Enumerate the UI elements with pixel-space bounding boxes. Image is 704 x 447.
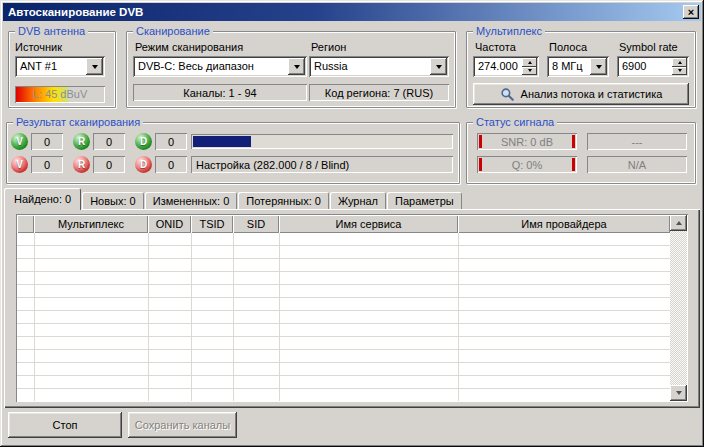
grid-header-sid[interactable]: SID	[233, 215, 279, 233]
grid-vline	[458, 233, 459, 401]
analyze-stream-button[interactable]: Анализ потока и статистика	[473, 83, 689, 105]
tab-bar: Найдено: 0 Новых: 0 Измененных: 0 Потеря…	[4, 188, 463, 210]
group-scanning: Сканирование Режим сканирования DVB-C: В…	[126, 31, 456, 108]
scan-mode-label: Режим сканирования	[135, 41, 243, 53]
grid-vline	[279, 233, 280, 401]
symbol-rate-spinner[interactable]: 6900	[617, 56, 689, 77]
spin-up-button[interactable]	[672, 58, 687, 67]
group-scan-result: Результат сканирования V 0 R 0 D 0 V 0 R…	[6, 122, 460, 184]
spinner-buttons	[672, 58, 687, 75]
snr-extra-value: ---	[632, 136, 643, 148]
dropdown-arrow-icon[interactable]	[288, 58, 305, 75]
close-button[interactable]: ×	[683, 5, 699, 19]
tab-changed[interactable]: Измененных: 0	[145, 192, 238, 209]
source-label: Источник	[15, 41, 62, 53]
radio-fail-count: 0	[93, 156, 125, 173]
video-ok-indicator-icon: V	[11, 133, 28, 150]
group-title-scanning: Сканирование	[133, 25, 213, 38]
quality-extra-value: N/A	[628, 159, 646, 171]
spin-down-button[interactable]	[672, 67, 687, 76]
grid-header-row: Мультиплекс ONID TSID SID Имя сервиса Им…	[17, 215, 670, 233]
group-title-multiplex: Мультиплекс	[473, 25, 545, 38]
group-dvb-antenna: DVB антенна Источник ANT #1 L: 45 dBuV	[8, 31, 116, 108]
scan-status-panel: Настройка (282.000 / 8 / Blind)	[191, 156, 453, 173]
region-label: Регион	[311, 41, 346, 53]
bandwidth-select[interactable]: 8 МГц	[547, 56, 609, 77]
radio-fail-indicator-icon: R	[73, 156, 90, 173]
group-title-antenna: DVB антенна	[15, 25, 88, 38]
signal-level-text: L: 45 dBuV	[15, 88, 105, 100]
grid-vline	[34, 233, 35, 401]
radio-ok-count: 0	[93, 133, 125, 150]
symbol-rate-label: Symbol rate	[619, 41, 678, 53]
antenna-source-select[interactable]: ANT #1	[15, 56, 105, 77]
scan-status-text: Настройка (282.000 / 8 / Blind)	[196, 159, 349, 171]
channel-grid: Мультиплекс ONID TSID SID Имя сервиса Им…	[16, 214, 688, 402]
snr-meter: SNR: 0 dB	[477, 133, 577, 150]
stop-button[interactable]: Стоп	[8, 412, 122, 438]
dropdown-arrow-icon[interactable]	[590, 58, 607, 75]
scan-mode-value: DVB-C: Весь диапазон	[138, 60, 254, 72]
channels-range-text: Каналы: 1 - 94	[183, 87, 256, 99]
scan-progress-bar	[191, 134, 453, 149]
arrow-up-icon	[676, 218, 682, 225]
frequency-value: 274.000	[478, 60, 518, 72]
symbol-rate-value: 6900	[622, 60, 646, 72]
channels-range-panel: Каналы: 1 - 94	[133, 84, 307, 101]
grid-vline	[233, 233, 234, 401]
region-code-panel: Код региона: 7 (RUS)	[309, 84, 449, 101]
quality-extra-panel: N/A	[587, 156, 687, 173]
magnifier-icon	[500, 87, 515, 102]
tab-lost[interactable]: Потерянных: 0	[238, 192, 329, 209]
arrow-down-icon	[676, 391, 682, 398]
grid-header-provider-name[interactable]: Имя провайдера	[458, 215, 670, 233]
dialog-autoscan-dvb: Автосканирование DVB × DVB антенна Источ…	[0, 0, 704, 447]
signal-level-meter: L: 45 dBuV	[15, 86, 105, 103]
grid-header-tsid[interactable]: TSID	[191, 215, 233, 233]
dropdown-arrow-icon[interactable]	[430, 58, 447, 75]
quality-text: Q: 0%	[512, 159, 543, 171]
frequency-spinner[interactable]: 274.000	[473, 56, 539, 77]
scan-mode-select[interactable]: DVB-C: Весь диапазон	[133, 56, 307, 77]
antenna-source-value: ANT #1	[20, 60, 57, 72]
group-signal-status: Статус сигнала SNR: 0 dB --- Q: 0% N/A	[466, 122, 696, 184]
grid-header-service-name[interactable]: Имя сервиса	[279, 215, 458, 233]
region-select[interactable]: Russia	[309, 56, 449, 77]
tab-new[interactable]: Новых: 0	[82, 192, 144, 209]
radio-ok-indicator-icon: R	[73, 133, 90, 150]
data-fail-count: 0	[155, 156, 187, 173]
scrollbar-up-button[interactable]	[670, 215, 687, 231]
dropdown-arrow-icon[interactable]	[86, 58, 103, 75]
close-icon: ×	[688, 7, 694, 18]
video-fail-indicator-icon: V	[11, 156, 28, 173]
region-value: Russia	[314, 60, 348, 72]
bandwidth-value: 8 МГц	[552, 60, 583, 72]
grid-header-onid[interactable]: ONID	[148, 215, 191, 233]
frequency-label: Частота	[475, 41, 516, 53]
tab-found[interactable]: Найдено: 0	[4, 188, 81, 210]
tab-log[interactable]: Журнал	[330, 192, 386, 209]
grid-vline	[191, 233, 192, 401]
video-ok-count: 0	[31, 133, 63, 150]
data-fail-indicator-icon: D	[135, 156, 152, 173]
region-code-text: Код региона: 7 (RUS)	[325, 87, 433, 99]
scrollbar-down-button[interactable]	[670, 385, 687, 401]
grid-header-multiplex[interactable]: Мультиплекс	[34, 215, 148, 233]
group-title-signal-status: Статус сигнала	[473, 116, 557, 129]
spinner-buttons	[522, 58, 537, 75]
grid-body[interactable]	[17, 233, 670, 401]
tab-parameters[interactable]: Параметры	[387, 192, 462, 209]
title-bar[interactable]: Автосканирование DVB ×	[3, 3, 701, 21]
save-channels-button[interactable]: Сохранить каналы	[128, 412, 237, 438]
spin-down-button[interactable]	[522, 67, 537, 76]
grid-header-indicator	[17, 215, 34, 233]
snr-extra-panel: ---	[587, 133, 687, 150]
video-fail-count: 0	[31, 156, 63, 173]
group-multiplex: Мультиплекс Частота 274.000 Полоса 8 МГц…	[466, 31, 696, 108]
scan-progress-fill	[193, 136, 251, 147]
analyze-stream-label: Анализ потока и статистика	[521, 88, 663, 100]
grid-vline	[148, 233, 149, 401]
scrollbar-track[interactable]	[670, 231, 687, 385]
grid-scrollbar[interactable]	[670, 215, 687, 401]
spin-up-button[interactable]	[522, 58, 537, 67]
